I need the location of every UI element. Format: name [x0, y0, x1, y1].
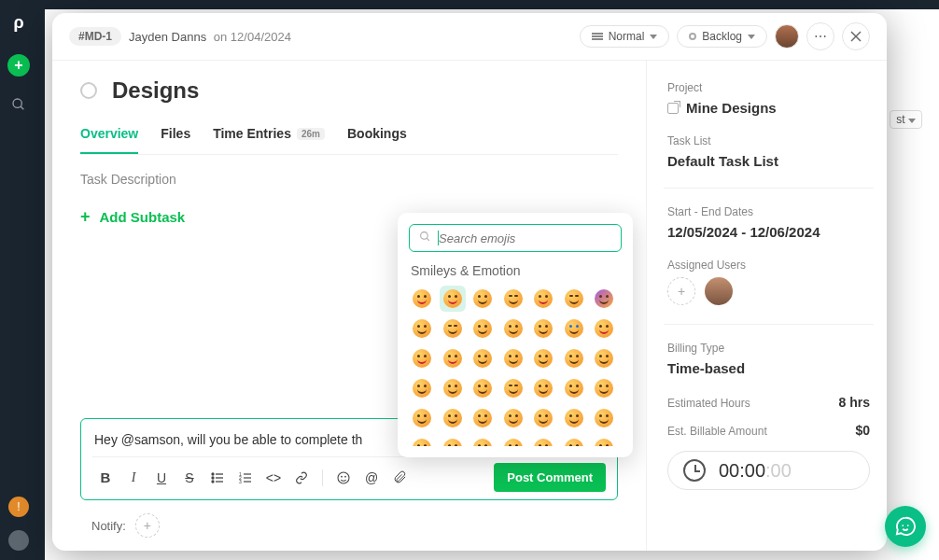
emoji-item[interactable]: [440, 435, 466, 446]
emoji-item[interactable]: [530, 315, 556, 342]
emoji-item[interactable]: [591, 345, 617, 371]
emoji-item[interactable]: [409, 315, 435, 342]
code-button[interactable]: <>: [260, 466, 287, 490]
strikethrough-button[interactable]: S: [176, 466, 203, 490]
emoji-item[interactable]: [530, 286, 556, 312]
emoji-item[interactable]: [440, 375, 466, 401]
emoji-item[interactable]: [561, 375, 587, 401]
emoji-item[interactable]: [440, 345, 466, 371]
project-value[interactable]: Mine Designs: [667, 100, 870, 116]
emoji-item[interactable]: [409, 286, 435, 312]
emoji-item[interactable]: [440, 286, 466, 312]
emoji-item[interactable]: [530, 375, 556, 401]
attachment-button[interactable]: [386, 466, 413, 490]
svg-point-18: [345, 476, 346, 477]
emoji-item[interactable]: [500, 286, 526, 312]
emoji-item[interactable]: [409, 345, 435, 371]
help-fab-button[interactable]: [885, 506, 926, 547]
task-modal: #MD-1 Jayden Danns on 12/04/2024 Normal …: [52, 13, 887, 551]
tab-files[interactable]: Files: [161, 120, 190, 154]
global-add-button[interactable]: +: [7, 54, 30, 77]
dates-label: Start - End Dates: [667, 205, 870, 218]
italic-button[interactable]: I: [120, 466, 147, 490]
assigned-label: Assigned Users: [667, 259, 870, 272]
post-comment-button[interactable]: Post Comment: [494, 463, 606, 492]
emoji-item[interactable]: [561, 286, 587, 312]
dates-value[interactable]: 12/05/2024 - 12/06/2024: [667, 224, 870, 240]
emoji-item[interactable]: [470, 435, 496, 446]
chevron-down-icon: [650, 35, 657, 39]
app-logo[interactable]: ρ: [10, 13, 27, 30]
time-entries-badge: 26m: [297, 128, 325, 140]
emoji-item[interactable]: [561, 405, 587, 431]
emoji-item[interactable]: [500, 345, 526, 371]
tab-bookings[interactable]: Bookings: [347, 120, 407, 154]
emoji-item[interactable]: [500, 315, 526, 342]
billing-type-value[interactable]: Time-based: [667, 360, 870, 376]
notify-label: Notify:: [91, 519, 126, 533]
tasklist-value[interactable]: Default Task List: [667, 153, 870, 169]
complete-checkbox[interactable]: [80, 82, 97, 99]
user-menu-icon[interactable]: [8, 530, 29, 551]
emoji-item[interactable]: [591, 405, 617, 431]
emoji-item[interactable]: [409, 375, 435, 401]
link-button[interactable]: [288, 466, 315, 490]
emoji-item[interactable]: [470, 286, 496, 312]
backdrop-dropdown[interactable]: st: [890, 110, 922, 129]
bold-button[interactable]: B: [92, 466, 119, 490]
emoji-button[interactable]: [330, 466, 357, 490]
emoji-item[interactable]: [470, 375, 496, 401]
emoji-search-input[interactable]: [439, 231, 611, 245]
close-button[interactable]: [842, 22, 870, 50]
emoji-item[interactable]: [591, 435, 617, 446]
emoji-item[interactable]: [409, 435, 435, 446]
emoji-item[interactable]: [440, 405, 466, 431]
mention-button[interactable]: @: [358, 466, 385, 490]
global-search-icon[interactable]: [11, 97, 26, 116]
add-notify-user-button[interactable]: +: [135, 513, 160, 538]
tab-time-entries[interactable]: Time Entries 26m: [213, 120, 325, 154]
task-id-badge[interactable]: #MD-1: [69, 27, 121, 46]
status-selector[interactable]: Backlog: [677, 25, 767, 48]
task-title[interactable]: Designs: [112, 77, 199, 104]
est-hours-value[interactable]: 8 hrs: [839, 395, 870, 410]
timer-control[interactable]: 00:00:00: [667, 451, 870, 490]
emoji-item[interactable]: [470, 405, 496, 431]
underline-button[interactable]: U: [148, 466, 175, 490]
emoji-item[interactable]: [440, 315, 466, 342]
emoji-item[interactable]: [470, 345, 496, 371]
assignee-avatar[interactable]: [775, 24, 799, 49]
emoji-item[interactable]: [561, 435, 587, 446]
emoji-item[interactable]: [591, 375, 617, 401]
numbered-list-button[interactable]: 123: [232, 466, 259, 490]
tab-overview[interactable]: Overview: [80, 120, 138, 154]
assignee-avatar[interactable]: [705, 277, 733, 305]
emoji-item[interactable]: [530, 435, 556, 446]
emoji-item[interactable]: [561, 345, 587, 371]
svg-point-0: [13, 99, 21, 107]
emoji-item[interactable]: [409, 405, 435, 431]
emoji-item[interactable]: [500, 435, 526, 446]
emoji-item[interactable]: [470, 315, 496, 342]
emoji-search-wrapper: [409, 224, 622, 252]
emoji-item[interactable]: [500, 375, 526, 401]
emoji-item[interactable]: [500, 405, 526, 431]
more-options-button[interactable]: ⋯: [806, 22, 834, 50]
est-billable-label: Est. Billable Amount: [667, 425, 767, 438]
bullet-list-button[interactable]: [204, 466, 231, 490]
svg-point-6: [212, 477, 214, 479]
emoji-grid: [409, 286, 622, 446]
emoji-item[interactable]: [561, 315, 587, 342]
svg-point-22: [907, 525, 909, 526]
alert-badge-icon[interactable]: !: [8, 497, 29, 517]
add-assignee-button[interactable]: +: [667, 277, 695, 305]
est-billable-value: $0: [855, 423, 870, 438]
svg-point-21: [902, 525, 904, 526]
emoji-item[interactable]: [530, 405, 556, 431]
emoji-item[interactable]: [591, 286, 617, 312]
emoji-item[interactable]: [591, 315, 617, 342]
task-description-label[interactable]: Task Description: [80, 172, 618, 187]
emoji-item[interactable]: [530, 345, 556, 371]
external-link-icon: [667, 103, 679, 114]
priority-selector[interactable]: Normal: [580, 25, 670, 48]
